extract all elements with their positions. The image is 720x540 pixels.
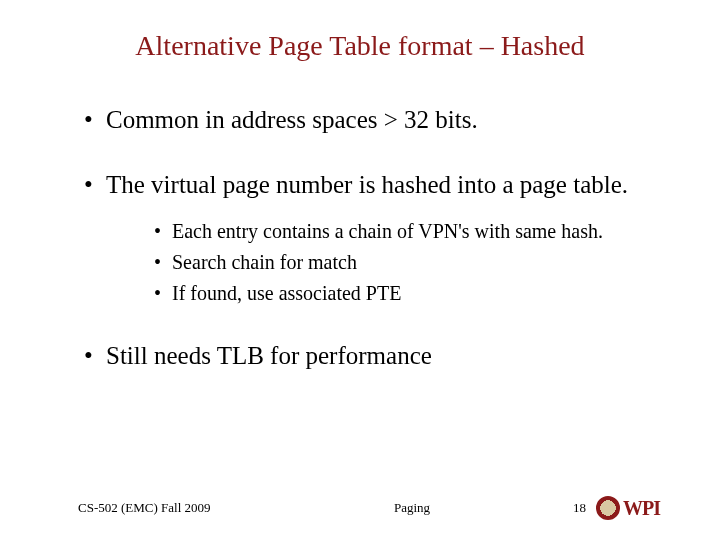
wpi-seal-icon — [596, 496, 620, 520]
sub-bullet-item: Each entry contains a chain of VPN's wit… — [154, 219, 660, 244]
footer-page-number: 18 — [546, 500, 586, 516]
bullet-list: Common in address spaces > 32 bits. The … — [60, 104, 660, 371]
footer-topic: Paging — [278, 500, 546, 516]
sub-bullet-list: Each entry contains a chain of VPN's wit… — [106, 219, 660, 306]
slide-title: Alternative Page Table format – Hashed — [60, 30, 660, 62]
bullet-item: The virtual page number is hashed into a… — [84, 169, 660, 305]
wpi-logo: WPI — [596, 496, 660, 520]
sub-bullet-item: Search chain for match — [154, 250, 660, 275]
bullet-text: The virtual page number is hashed into a… — [106, 171, 628, 198]
wpi-wordmark: WPI — [623, 497, 660, 520]
slide-footer: CS-502 (EMC) Fall 2009 Paging 18 WPI — [0, 496, 720, 520]
footer-course: CS-502 (EMC) Fall 2009 — [78, 500, 278, 516]
slide-body: Alternative Page Table format – Hashed C… — [0, 0, 720, 371]
bullet-item: Common in address spaces > 32 bits. — [84, 104, 660, 135]
sub-bullet-item: If found, use associated PTE — [154, 281, 660, 306]
bullet-item: Still needs TLB for performance — [84, 340, 660, 371]
